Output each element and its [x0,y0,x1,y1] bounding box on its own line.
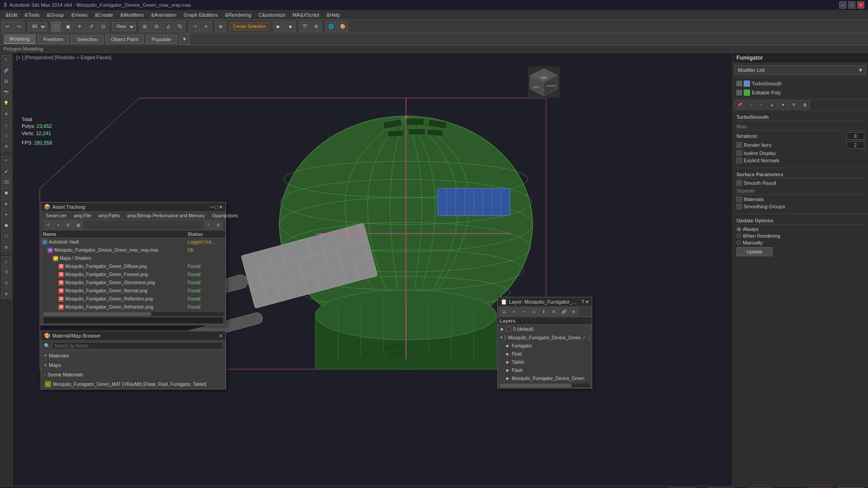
iterations-input[interactable] [846,132,864,140]
rp-settings[interactable]: ⚙ [789,100,799,109]
at-filter[interactable]: ▦ [74,221,83,229]
at-scrollbar-thumb[interactable] [43,312,151,316]
menu-modifiers[interactable]: &Modifiers [117,11,147,19]
at-menu-file[interactable]: amp;File [72,213,93,218]
rp-up[interactable]: ▲ [767,100,777,109]
lt-light[interactable]: 💡 [1,98,11,108]
lp-freeze[interactable]: ❄ [569,308,578,316]
lp-row-fumigator-group[interactable]: ▼ Mosquito_Fumigator_Device_Green ✓ [498,333,592,342]
undo-button[interactable]: ↩ [2,21,13,32]
at-row-refraction[interactable]: 🖼 Mosquito_Fumigator_Green_Refraction.pn… [41,303,226,311]
lt-misc9[interactable]: ◎ [1,278,11,288]
rp-expand[interactable]: I [745,100,755,109]
percent-snap[interactable]: % [175,21,185,32]
lp-checkbox-default[interactable] [506,327,511,331]
editablepoly-checkbox[interactable]: ✓ [736,90,742,95]
viewport[interactable]: [+ ] [Perspective] [Realistic + Edged Fa… [13,53,732,486]
mat-editor[interactable]: 🎨 [337,21,348,32]
snap-toggle[interactable]: ⊟ [151,21,162,32]
rp-pin[interactable]: 📌 [735,100,745,109]
at-refresh[interactable]: ↺ [44,221,53,229]
at-restore[interactable]: □ [215,204,218,210]
mirror-button[interactable]: ⊣ [189,21,200,32]
lp-row-mosquito[interactable]: ▶ Mosquito_Fumigator_Device_Green [498,375,592,383]
render-settings[interactable]: ⚙ [311,21,322,32]
lt-misc8[interactable]: ☰ [1,267,11,277]
menu-rendering[interactable]: &Rendering [222,11,255,19]
layer-manager[interactable]: ⊕ [215,21,226,32]
material-search-input[interactable] [52,342,223,349]
menu-graph-editors[interactable]: Graph E&ditors [180,11,221,19]
lt-shapes[interactable]: △ [1,120,11,130]
mod-item-editablepoly[interactable]: ✓ Editable Poly [735,88,866,97]
lt-paint2[interactable]: 🖌 [1,166,11,176]
at-row-diffuse[interactable]: 🖼 Mosquito_Fumigator_Green_Diffuse.png F… [41,263,226,271]
at-help[interactable]: ? [204,221,213,229]
at-row-vault[interactable]: V Autodesk Vault Logged Out... [41,238,226,246]
lp-close[interactable]: ✕ [585,299,589,305]
at-menu-bitmap[interactable]: amp;Bitmap Performance and Memory [125,213,207,218]
align-button[interactable]: ≡ [201,21,212,32]
lp-link[interactable]: 🔗 [559,308,568,316]
rotate-button[interactable]: ↺ [86,21,97,32]
select-region-button[interactable]: ▣ [62,21,73,32]
render-iters-input[interactable] [846,141,864,149]
lt-misc5[interactable]: ⬡ [1,231,11,241]
turbosmooth-checkbox[interactable]: ✓ [736,81,742,86]
at-close[interactable]: ✕ [219,204,223,210]
mb-section-maps[interactable]: + Maps [41,361,226,370]
mod-item-turbosmooth[interactable]: ✓ TurboSmooth [735,79,866,88]
update-button[interactable]: Update [736,247,773,256]
lp-help[interactable]: ? [581,299,584,305]
at-menu-paths[interactable]: amp;Paths [96,213,122,218]
lt-misc1[interactable]: ⬟ [1,188,11,198]
at-row-glossiness[interactable]: 🖼 Mosquito_Fumigator_Green_Glossiness.pn… [41,279,226,287]
menu-edit[interactable]: &Edit [2,11,21,19]
at-expand[interactable]: ⊞ [64,221,73,229]
menu-create[interactable]: &Create [91,11,117,19]
lt-systems[interactable]: ⚙ [1,141,11,151]
lp-new-layer[interactable]: 🗂 [500,308,509,316]
lt-camera[interactable]: 📷 [1,87,11,97]
at-row-maps[interactable]: 📁 Maps / Shaders [41,254,226,263]
explicit-checkbox[interactable] [736,158,742,163]
menu-maxscript[interactable]: MA&XScript [289,11,323,19]
at-input[interactable] [43,317,224,324]
rp-collapse[interactable]: — [756,100,766,109]
lt-misc2[interactable]: ◈ [1,199,11,209]
at-menu-ver[interactable]: Seram;ver [44,213,68,218]
mb-section-scene-materials[interactable]: - Scene Materials [41,370,226,380]
always-radio[interactable] [736,227,741,231]
scale-button[interactable]: ⊡ [98,21,108,32]
smooth-result-checkbox[interactable]: ✓ [736,180,742,186]
redo-button[interactable]: ↪ [14,21,24,32]
lp-row-flask[interactable]: ▶ Flask [498,366,592,375]
lt-misc4[interactable]: ⬢ [1,221,11,230]
lp-row-default[interactable]: ▶ 0 (default) [498,325,592,333]
lt-misc7[interactable]: △ [1,256,11,266]
close-button[interactable]: ✕ [857,1,864,9]
maximize-button[interactable]: □ [848,1,855,9]
lt-link[interactable]: 🔗 [1,66,11,75]
at-row-reflection[interactable]: 🖼 Mosquito_Fumigator_Green_Reflection.pn… [41,295,226,303]
stop-button[interactable]: ■ [285,21,296,32]
lp-row-fumigator[interactable]: ▶ Fumigator [498,342,592,350]
lp-row-tablet[interactable]: ▶ Tablet [498,358,592,366]
at-row-maxfile[interactable]: M Mosquito_Fumigator_Device_Green_max_vr… [41,246,226,254]
mode-options[interactable]: ▼ [179,34,190,45]
mb-close[interactable]: ✕ [219,333,223,339]
tab-modeling[interactable]: Modeling [4,34,36,44]
at-minimize[interactable]: ─ [211,204,214,210]
lt-misc10[interactable]: ⊗ [1,289,11,299]
minimize-button[interactable]: ─ [839,1,846,9]
select-button[interactable]: ⬚ [51,21,61,32]
manually-radio[interactable] [736,240,741,245]
render-button[interactable]: 🎬 [299,21,310,32]
lt-select[interactable]: ↖ [1,55,11,65]
lt-paint[interactable]: ✏ [1,155,11,165]
lt-eraser[interactable]: ⌫ [1,177,11,187]
angle-snap[interactable]: ∠ [163,21,174,32]
at-collapse[interactable]: ≡ [54,221,63,229]
lp-scrollbar-thumb[interactable] [500,384,572,387]
at-settings[interactable]: ⚙ [214,221,223,229]
